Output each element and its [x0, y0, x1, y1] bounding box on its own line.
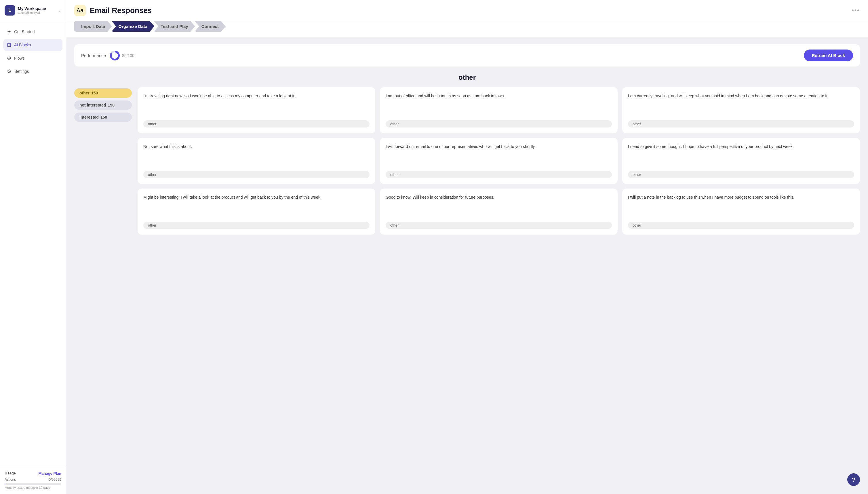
help-button[interactable]: ?: [847, 473, 860, 486]
performance-label: Performance: [81, 53, 106, 58]
usage-progress-bar: [5, 483, 5, 485]
sidebar-item-settings[interactable]: ⚙ Settings: [3, 65, 62, 77]
workspace-email: aditya@levity.ai: [18, 11, 56, 14]
workspace-info: My Workspace aditya@levity.ai: [18, 6, 56, 14]
category-heading: other: [74, 73, 860, 81]
performance-bar: Performance 85/100 Retrain AI Block: [74, 44, 860, 66]
email-card-tag[interactable]: other: [143, 120, 369, 128]
email-card: I am currently traveling, and will keep …: [622, 87, 860, 133]
email-card: I will put a note in the backlog to use …: [622, 189, 860, 235]
usage-footer: Usage Manage Plan Actions 0/99999 Monthl…: [0, 466, 66, 494]
sidebar-item-label: Flows: [14, 56, 25, 60]
workspace-header[interactable]: L My Workspace aditya@levity.ai ⌄: [0, 0, 66, 21]
donut-circle: [110, 51, 120, 60]
sidebar: L My Workspace aditya@levity.ai ⌄ ✦ Get …: [0, 0, 66, 494]
email-card-tag[interactable]: other: [143, 222, 369, 229]
email-card: Good to know. Will keep in consideration…: [380, 189, 618, 235]
email-card-text: I need to give it some thought. I hope t…: [628, 144, 854, 167]
workspace-name: My Workspace: [18, 6, 56, 11]
more-options-button[interactable]: •••: [852, 7, 860, 14]
email-card-tag[interactable]: other: [628, 222, 854, 229]
email-card-tag[interactable]: other: [386, 171, 612, 178]
email-card: I'm traveling right now, so I won't be a…: [138, 87, 375, 133]
email-card-text: I am currently traveling, and will keep …: [628, 93, 854, 116]
donut-inner: [112, 52, 118, 59]
email-card-tag[interactable]: other: [386, 222, 612, 229]
email-card-tag[interactable]: other: [628, 171, 854, 178]
sidebar-item-get-started[interactable]: ✦ Get Started: [3, 26, 62, 38]
usage-reset-text: Monthly usage resets in 30 days: [5, 486, 61, 489]
actions-value: 0/99999: [49, 478, 61, 482]
steps-bar: Import Data Organize Data Test and Play …: [66, 21, 868, 37]
email-card-tag[interactable]: other: [628, 120, 854, 128]
sidebar-item-label: AI Blocks: [14, 43, 31, 47]
manage-plan-link[interactable]: Manage Plan: [39, 471, 61, 476]
performance-left: Performance 85/100: [81, 51, 134, 60]
flows-icon: ⊕: [7, 55, 11, 61]
chevron-down-icon: ⌄: [58, 8, 61, 13]
grid-icon: ⊞: [7, 42, 11, 48]
page-title: Email Responses: [90, 6, 152, 15]
usage-progress-bar-bg: [5, 483, 61, 485]
email-card-tag[interactable]: other: [386, 120, 612, 128]
email-card-text: Good to know. Will keep in consideration…: [386, 194, 612, 217]
email-card-text: Might be interesting. I will take a look…: [143, 194, 369, 217]
email-card-tag[interactable]: other: [143, 171, 369, 178]
content-area: Performance 85/100 Retrain AI Block othe…: [66, 37, 868, 494]
email-cards-grid: I'm traveling right now, so I won't be a…: [138, 87, 860, 235]
header-left: Aa Email Responses: [74, 5, 152, 16]
app-icon: Aa: [74, 5, 86, 16]
sidebar-item-label: Settings: [14, 69, 29, 74]
star-icon: ✦: [7, 28, 11, 35]
email-card-text: I will forward our email to one of our r…: [386, 144, 612, 167]
step-organize-data[interactable]: Organize Data: [111, 21, 154, 32]
step-import-data[interactable]: Import Data: [74, 21, 112, 32]
badge-other[interactable]: other 150: [74, 88, 132, 98]
sidebar-item-ai-blocks[interactable]: ⊞ AI Blocks: [3, 39, 62, 51]
main-content: Aa Email Responses ••• Import Data Organ…: [66, 0, 868, 494]
step-connect[interactable]: Connect: [195, 21, 226, 32]
cards-layout: other 150 not interested 150 interested …: [74, 87, 860, 235]
badge-not-interested[interactable]: not interested 150: [74, 100, 132, 110]
email-card: Not sure what this is about. other: [138, 138, 375, 184]
email-card: I am out of office and will be in touch …: [380, 87, 618, 133]
usage-title: Usage: [5, 471, 16, 475]
category-badges: other 150 not interested 150 interested …: [74, 87, 132, 235]
avatar: L: [5, 5, 15, 16]
email-card-text: I will put a note in the backlog to use …: [628, 194, 854, 217]
step-test-and-play[interactable]: Test and Play: [154, 21, 195, 32]
performance-score: 85/100: [122, 53, 134, 58]
email-card: I will forward our email to one of our r…: [380, 138, 618, 184]
actions-label: Actions: [5, 478, 16, 482]
email-card-text: Not sure what this is about.: [143, 144, 369, 167]
email-card-text: I'm traveling right now, so I won't be a…: [143, 93, 369, 116]
gear-icon: ⚙: [7, 68, 12, 75]
sidebar-nav: ✦ Get Started ⊞ AI Blocks ⊕ Flows ⚙ Sett…: [0, 21, 66, 466]
email-card: I need to give it some thought. I hope t…: [622, 138, 860, 184]
performance-donut: 85/100: [110, 51, 134, 60]
sidebar-item-flows[interactable]: ⊕ Flows: [3, 52, 62, 64]
retrain-button[interactable]: Retrain AI Block: [804, 50, 853, 61]
email-card-text: I am out of office and will be in touch …: [386, 93, 612, 116]
badge-interested[interactable]: interested 150: [74, 113, 132, 122]
top-header: Aa Email Responses •••: [66, 0, 868, 21]
sidebar-item-label: Get Started: [14, 30, 35, 34]
email-card: Might be interesting. I will take a look…: [138, 189, 375, 235]
